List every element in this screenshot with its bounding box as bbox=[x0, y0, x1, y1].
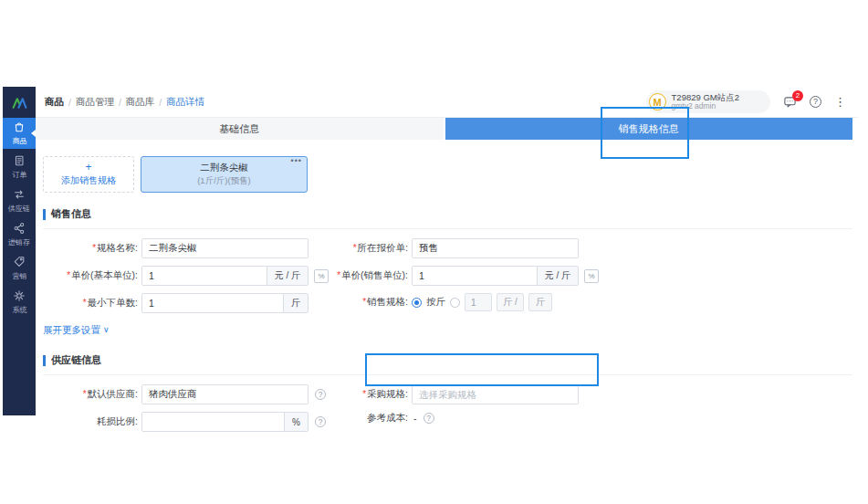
sidebar: 商品 订单 供应链 进 bbox=[3, 87, 36, 415]
tab-bar: 基础信息 销售规格信息 bbox=[36, 118, 852, 140]
supply-chain-arrows-icon bbox=[13, 188, 26, 203]
min-order-input[interactable] bbox=[142, 294, 283, 312]
more-vertical-icon: ⋮ bbox=[834, 95, 847, 109]
expand-more-settings-label: 展开更多设置 bbox=[43, 324, 100, 337]
required-marker: * bbox=[83, 298, 87, 308]
purchase-spec-label: *采购规格: bbox=[309, 388, 412, 401]
sidebar-item-label: 营销 bbox=[12, 271, 26, 281]
form-row: *单价(基本单位): 元 / 斤 % *单价(销售单位): 元 / 斤 bbox=[43, 266, 852, 286]
help-tooltip-icon[interactable]: ? bbox=[424, 413, 434, 424]
sidebar-item-inventory[interactable]: 进销存 bbox=[3, 219, 36, 250]
supply-chain-title: 供应链信息 bbox=[51, 353, 101, 367]
messages-button[interactable]: 2 bbox=[783, 95, 797, 109]
min-order-field: *最小下单数: 斤 bbox=[43, 293, 309, 313]
ref-cost-value: - bbox=[413, 413, 417, 424]
radio-by-pack[interactable] bbox=[450, 298, 460, 308]
unit-convert-icon[interactable]: % bbox=[584, 269, 599, 283]
user-account[interactable]: M T29829 GM站点2 gmtv2 admin bbox=[646, 90, 770, 113]
ref-cost-label: 参考成本: bbox=[309, 412, 412, 425]
unit-price-basic-suffix: 元 / 斤 bbox=[267, 267, 308, 285]
unit-price-sales-input-wrap: 元 / 斤 bbox=[412, 266, 579, 286]
sidebar-item-label: 系统 bbox=[12, 305, 26, 315]
messages-badge: 2 bbox=[792, 90, 803, 101]
marketing-tag-icon bbox=[13, 256, 26, 270]
breadcrumb-separator: / bbox=[119, 97, 121, 108]
breadcrumb-goods-management[interactable]: 商品管理 bbox=[76, 96, 114, 109]
sidebar-item-label: 商品 bbox=[12, 136, 26, 146]
required-marker: * bbox=[67, 270, 70, 280]
quote-sheet-input[interactable] bbox=[413, 239, 578, 257]
expand-more-settings-link[interactable]: 展开更多设置 ∨ bbox=[43, 324, 110, 337]
required-marker: * bbox=[362, 297, 366, 307]
ref-cost-field: 参考成本: - ? bbox=[309, 412, 434, 425]
tab-basic-info[interactable]: 基础信息 bbox=[36, 118, 444, 140]
inventory-share-icon bbox=[13, 222, 26, 236]
card-more-icon[interactable]: ••• bbox=[291, 156, 302, 165]
default-supplier-input[interactable] bbox=[142, 385, 308, 404]
breadcrumb-separator: / bbox=[68, 97, 71, 108]
order-document-icon bbox=[13, 154, 26, 169]
sales-info-section-header: 销售信息 bbox=[43, 207, 852, 229]
sales-spec-label: *销售规格: bbox=[309, 296, 412, 309]
default-supplier-field: *默认供应商: ? bbox=[43, 384, 326, 404]
sales-info-form: *规格名称: *所在报价单: bbox=[43, 238, 852, 348]
sidebar-item-supply-chain[interactable]: 供应链 bbox=[3, 185, 36, 216]
unit-price-sales-suffix: 元 / 斤 bbox=[537, 267, 578, 285]
required-marker: * bbox=[337, 270, 340, 280]
unit-price-basic-label: *单价(基本单位): bbox=[43, 269, 141, 282]
sidebar-item-orders[interactable]: 订单 bbox=[3, 152, 36, 183]
help-icon: ? bbox=[810, 96, 821, 108]
add-sales-spec-label: 添加销售规格 bbox=[61, 174, 116, 187]
pack-qty-box: 1 bbox=[465, 293, 492, 311]
avatar: M bbox=[649, 93, 666, 110]
sales-spec-field: *销售规格: 按斤 1 斤 / 斤 bbox=[309, 293, 552, 311]
sales-spec-radio-group: 按斤 1 斤 / 斤 bbox=[412, 293, 552, 311]
breadcrumb-separator: / bbox=[159, 97, 162, 108]
default-supplier-label: *默认供应商: bbox=[43, 388, 141, 401]
unit-price-sales-input[interactable] bbox=[413, 267, 537, 285]
loss-ratio-label: 耗损比例: bbox=[43, 415, 141, 428]
loss-ratio-field: 耗损比例: % ? bbox=[43, 412, 326, 432]
main-area: 商品 / 商品管理 / 商品库 / 商品详情 M T29829 GM站点2 gm… bbox=[36, 87, 858, 415]
sidebar-item-marketing[interactable]: 营销 bbox=[3, 253, 36, 284]
min-order-label: *最小下单数: bbox=[43, 297, 141, 310]
required-marker: * bbox=[362, 389, 366, 399]
breadcrumb-goods[interactable]: 商品 bbox=[45, 96, 64, 109]
user-names: T29829 GM站点2 gmtv2 admin bbox=[672, 93, 739, 110]
loss-ratio-suffix: % bbox=[284, 413, 308, 431]
sidebar-item-goods[interactable]: 商品 bbox=[3, 118, 36, 149]
quote-sheet-label: *所在报价单: bbox=[309, 242, 412, 255]
required-marker: * bbox=[92, 243, 96, 253]
spec-name-label: *规格名称: bbox=[43, 242, 141, 255]
form-row: *最小下单数: 斤 *销售规格: 按斤 bbox=[43, 293, 852, 313]
sidebar-item-system[interactable]: 系统 bbox=[3, 287, 36, 318]
breadcrumb-goods-library[interactable]: 商品库 bbox=[126, 96, 155, 109]
spec-card-subtitle: (1斤/斤)(预售) bbox=[197, 175, 251, 187]
unit-price-basic-input[interactable] bbox=[142, 267, 267, 285]
radio-by-unit[interactable] bbox=[412, 298, 422, 308]
purchase-spec-input-wrap bbox=[412, 384, 579, 404]
quote-sheet-input-wrap bbox=[412, 238, 579, 258]
default-supplier-input-wrap bbox=[141, 384, 309, 404]
add-sales-spec-button[interactable]: + 添加销售规格 bbox=[43, 156, 134, 193]
form-row: *默认供应商: ? *采购规格: bbox=[43, 384, 852, 404]
purchase-spec-input[interactable] bbox=[413, 385, 578, 404]
plus-icon: + bbox=[85, 162, 91, 173]
more-menu-button[interactable]: ⋮ bbox=[834, 95, 847, 109]
selected-spec-card[interactable]: ••• 二荆条尖椒 (1斤/斤)(预售) bbox=[141, 156, 308, 193]
help-button[interactable]: ? bbox=[810, 96, 821, 108]
min-order-input-wrap: 斤 bbox=[141, 293, 309, 313]
tab-sales-spec-info[interactable]: 销售规格信息 bbox=[445, 118, 853, 140]
app-logo[interactable] bbox=[3, 87, 36, 118]
topbar-right: M T29829 GM站点2 gmtv2 admin bbox=[646, 90, 847, 113]
radio-by-unit-label[interactable]: 按斤 bbox=[426, 296, 445, 309]
sidebar-nav: 商品 订单 供应链 进 bbox=[3, 118, 36, 318]
loss-ratio-input[interactable] bbox=[142, 413, 284, 431]
purchase-spec-field: *采购规格: bbox=[309, 384, 579, 404]
app-window: 商品 订单 供应链 进 bbox=[3, 87, 858, 415]
pack-unit-denominator-box: 斤 bbox=[528, 293, 552, 311]
spec-name-input[interactable] bbox=[142, 239, 308, 257]
spec-name-input-wrap bbox=[141, 238, 309, 258]
goods-bag-icon bbox=[13, 121, 26, 135]
spec-cards-row: + 添加销售规格 ••• 二荆条尖椒 (1斤/斤)(预售) bbox=[43, 156, 852, 193]
